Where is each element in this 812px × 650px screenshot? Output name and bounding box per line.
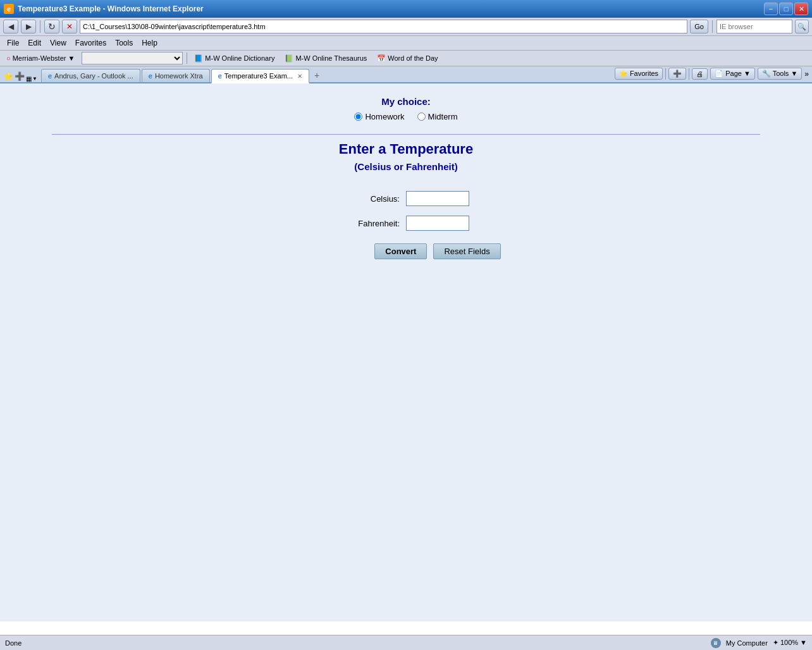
go-button[interactable]: Go bbox=[690, 20, 708, 34]
forward-button[interactable]: ▶ bbox=[21, 20, 36, 34]
app-icon: e bbox=[4, 4, 14, 14]
form-section: Celsius: Fahrenheit: bbox=[343, 191, 469, 231]
favorites-bar: ○ Merriam-Webster ▼ 📘 M-W Online Diction… bbox=[0, 51, 812, 66]
radio-midterm-text: Midterm bbox=[428, 112, 458, 121]
celsius-label: Celsius: bbox=[343, 194, 400, 204]
tab-homework[interactable]: e Homework Xtra bbox=[142, 69, 210, 82]
button-row: Convert Reset Fields bbox=[374, 243, 500, 259]
celsius-input[interactable] bbox=[406, 191, 469, 206]
word-of-day-link[interactable]: 📅 Word of the Day bbox=[374, 53, 441, 64]
menu-file[interactable]: File bbox=[3, 37, 23, 49]
back-button[interactable]: ◀ bbox=[3, 20, 18, 34]
search-icon[interactable]: 🔍 bbox=[795, 20, 809, 34]
thesaurus-icon: 📗 bbox=[285, 54, 293, 63]
radio-homework[interactable] bbox=[354, 113, 362, 121]
tab-outlook-icon: e bbox=[48, 72, 52, 80]
tab-grid-icon[interactable]: ▦ bbox=[26, 75, 32, 82]
address-bar: ◀ ▶ ↻ ✕ Go 🔍 bbox=[0, 18, 812, 36]
page-btn[interactable]: 📄 Page ▼ bbox=[710, 68, 755, 80]
minimize-button[interactable]: − bbox=[764, 3, 778, 15]
window-controls: − □ ✕ bbox=[764, 3, 808, 15]
refresh-button[interactable]: ↻ bbox=[44, 20, 59, 34]
tabs-bar: ⭐ ➕ ▦ ▼ e Andrus, Gary - Outlook ... e H… bbox=[0, 66, 612, 82]
tab-dropdown-icon[interactable]: ▼ bbox=[32, 76, 37, 82]
fahrenheit-label: Fahrenheit: bbox=[343, 219, 400, 228]
tab-outlook[interactable]: e Andrus, Gary - Outlook ... bbox=[41, 69, 140, 82]
radio-midterm[interactable] bbox=[417, 113, 426, 121]
tab-homework-icon: e bbox=[149, 72, 152, 80]
tools-btn[interactable]: 🔧 Tools ▼ bbox=[758, 68, 802, 80]
more-btn[interactable]: » bbox=[804, 70, 809, 78]
mw-dictionary-link[interactable]: 📘 M-W Online Dictionary bbox=[191, 53, 278, 64]
mw-label: Merriam-Webster ▼ bbox=[13, 54, 75, 62]
sub-title: (Celsius or Fahrenheit) bbox=[354, 161, 457, 172]
mw-thesaurus-link[interactable]: 📗 M-W Online Thesaurus bbox=[281, 53, 370, 64]
tab-temp-icon: e bbox=[218, 72, 222, 80]
calendar-icon: 📅 bbox=[377, 54, 386, 63]
add-favorites-btn[interactable]: ➕ bbox=[668, 68, 686, 80]
address-input[interactable] bbox=[80, 20, 687, 34]
print-btn[interactable]: 🖨 bbox=[692, 68, 708, 80]
mw-dropdown[interactable] bbox=[82, 52, 183, 64]
my-choice-label: My choice: bbox=[354, 96, 457, 107]
new-tab-button[interactable]: + bbox=[311, 68, 323, 82]
window-title: Temperature3 Example - Windows Internet … bbox=[18, 4, 764, 13]
tab-close-icon[interactable]: ✕ bbox=[297, 73, 302, 80]
merriam-webster-button[interactable]: ○ Merriam-Webster ▼ bbox=[3, 53, 78, 63]
radio-homework-text: Homework bbox=[365, 112, 404, 121]
fahrenheit-input[interactable] bbox=[406, 216, 469, 231]
radio-homework-label[interactable]: Homework bbox=[354, 112, 404, 121]
tab-temperature[interactable]: e Temperature3 Exam... ✕ bbox=[211, 69, 309, 83]
menu-edit[interactable]: Edit bbox=[24, 37, 45, 49]
close-button[interactable]: ✕ bbox=[794, 3, 808, 15]
add-tab-icon[interactable]: ➕ bbox=[15, 71, 25, 81]
menu-tools[interactable]: Tools bbox=[111, 37, 137, 49]
stop-button[interactable]: ✕ bbox=[62, 20, 77, 34]
search-input[interactable] bbox=[717, 20, 792, 34]
favorites-star-icon[interactable]: ⭐ bbox=[3, 71, 13, 81]
menu-help[interactable]: Help bbox=[138, 37, 161, 49]
restore-button[interactable]: □ bbox=[779, 3, 793, 15]
menu-view[interactable]: View bbox=[46, 37, 70, 49]
menu-bar: File Edit View Favorites Tools Help bbox=[0, 36, 812, 51]
radio-group: Homework Midterm bbox=[354, 112, 457, 121]
content-area: My choice: Homework Midterm Enter a Temp… bbox=[0, 83, 812, 622]
menu-favorites[interactable]: Favorites bbox=[71, 37, 110, 49]
section-divider bbox=[52, 134, 760, 135]
favorites-toolbar-btn[interactable]: ⭐ Favorites bbox=[615, 68, 663, 80]
dictionary-icon: 📘 bbox=[194, 54, 203, 63]
fahrenheit-row: Fahrenheit: bbox=[343, 216, 469, 231]
page-toolbar: ⭐ Favorites ➕ 🖨 📄 Page ▼ 🔧 Tools ▼ » bbox=[612, 68, 812, 82]
my-choice-section: My choice: Homework Midterm bbox=[354, 96, 457, 121]
celsius-row: Celsius: bbox=[343, 191, 469, 206]
reset-button[interactable]: Reset Fields bbox=[433, 243, 500, 259]
radio-midterm-label[interactable]: Midterm bbox=[417, 112, 458, 121]
convert-button[interactable]: Convert bbox=[374, 243, 427, 259]
main-title: Enter a Temperature bbox=[339, 141, 473, 157]
title-bar: e Temperature3 Example - Windows Interne… bbox=[0, 0, 812, 18]
